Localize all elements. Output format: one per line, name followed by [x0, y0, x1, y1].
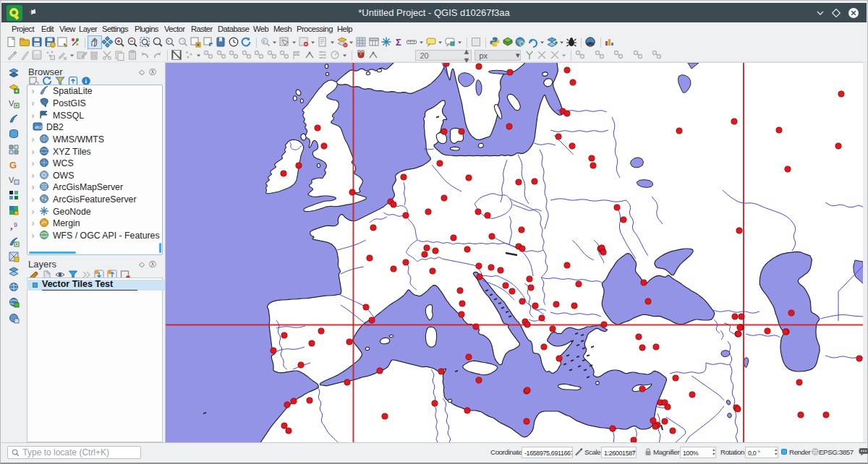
svg-text:9: 9 — [14, 221, 17, 228]
svg-text:V: V — [9, 176, 14, 184]
svg-text:db2: db2 — [35, 125, 43, 129]
svg-text:,: , — [10, 220, 13, 231]
svg-text:V: V — [9, 99, 14, 108]
svg-text:G: G — [9, 160, 17, 171]
svg-text:Σ: Σ — [396, 37, 401, 48]
